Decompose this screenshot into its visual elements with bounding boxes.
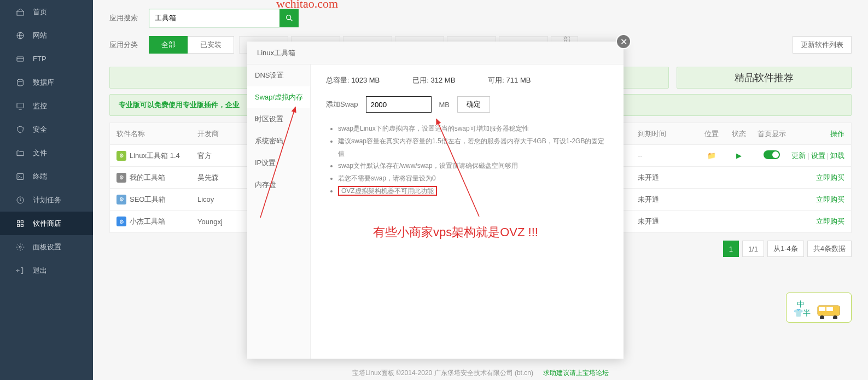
page-range: 从1-4条 — [767, 241, 804, 257]
col-ops: 操作 — [791, 129, 851, 139]
sidebar-item-label: 文件 — [33, 148, 47, 158]
sidebar-item-shield[interactable]: 安全 — [0, 118, 93, 141]
folder-icon[interactable]: 📁 — [707, 151, 716, 160]
clock-icon — [15, 195, 25, 205]
exit-icon — [15, 266, 25, 276]
memory-stats: 总容量: 1023 MB 已用: 312 MB 可用: 711 MB — [326, 75, 608, 85]
sidebar-item-label: 首页 — [33, 7, 47, 17]
search-label: 应用搜索 — [109, 13, 149, 23]
app-dev: Licoy — [197, 195, 252, 203]
sidebar-item-exit[interactable]: 退出 — [0, 259, 93, 282]
buy-link[interactable]: 立即购买 — [816, 195, 844, 203]
sidebar: 首页网站FTP数据库监控安全文件终端计划任务软件商店面板设置退出 — [0, 0, 93, 380]
swap-label: 添加Swap — [326, 100, 358, 109]
svg-rect-7 — [17, 173, 24, 179]
sidebar-item-label: 终端 — [33, 172, 47, 182]
sidebar-item-gear[interactable]: 面板设置 — [0, 235, 93, 259]
svg-rect-0 — [17, 11, 24, 15]
svg-point-22 — [833, 315, 837, 319]
search-button[interactable] — [280, 9, 299, 27]
dialog-nav-item[interactable]: 时区设置 — [247, 108, 310, 130]
sidebar-item-label: 网站 — [33, 31, 47, 40]
svg-rect-12 — [21, 224, 23, 226]
footer: 宝塔Linux面板 ©2014-2020 广东堡塔安全技术有限公司 (bt.cn… — [93, 366, 868, 380]
sidebar-item-terminal[interactable]: 终端 — [0, 165, 93, 188]
op-link[interactable]: 更新 — [791, 151, 806, 160]
sidebar-item-folder[interactable]: 文件 — [0, 141, 93, 165]
shield-icon — [15, 125, 25, 135]
sidebar-item-database[interactable]: 数据库 — [0, 71, 93, 94]
dialog-nav-item[interactable]: DNS设置 — [247, 65, 310, 86]
toggle-switch[interactable] — [764, 150, 780, 159]
dialog-title: Linux工具箱 — [257, 48, 295, 58]
app-name[interactable]: 我的工具箱 — [130, 173, 165, 183]
app-name[interactable]: Linux工具箱 1.4 — [130, 151, 180, 161]
dialog-nav-item[interactable]: IP设置 — [247, 152, 310, 174]
tab-all[interactable]: 全部 — [149, 36, 188, 54]
app-expiry: 未开通 — [638, 173, 698, 183]
app-name[interactable]: SEO工具箱 — [130, 195, 166, 204]
op-link[interactable]: 卸载 — [830, 151, 844, 160]
category-label: 应用分类 — [109, 40, 149, 50]
app-name[interactable]: 小杰工具箱 — [130, 217, 165, 226]
col-status: 状态 — [725, 129, 753, 139]
op-link[interactable]: 设置 — [811, 151, 825, 160]
gear-icon — [15, 242, 25, 252]
col-expiry: 到期时间 — [638, 129, 698, 139]
svg-point-14 — [287, 15, 291, 20]
dialog-nav-item[interactable]: 系统密码 — [247, 130, 310, 152]
svg-text:中: 中 — [797, 300, 805, 308]
watermark: wchitao.com — [276, 0, 338, 11]
svg-line-15 — [290, 19, 292, 21]
close-icon[interactable]: ✕ — [616, 34, 631, 49]
col-pos: 位置 — [698, 129, 725, 139]
svg-point-4 — [18, 79, 24, 81]
dialog-content: 总容量: 1023 MB 已用: 312 MB 可用: 711 MB 添加Swa… — [311, 65, 624, 359]
page-count: 共4条数据 — [807, 241, 852, 257]
sidebar-item-label: FTP — [33, 55, 46, 63]
search-box — [149, 9, 299, 27]
buy-link[interactable]: 立即购买 — [816, 173, 844, 182]
dialog-nav-item[interactable]: 内存盘 — [247, 174, 310, 196]
sidebar-item-label: 计划任务 — [33, 195, 61, 205]
sidebar-item-monitor[interactable]: 监控 — [0, 94, 93, 118]
footer-link[interactable]: 求助建议请上宝塔论坛 — [543, 369, 609, 378]
sidebar-item-clock[interactable]: 计划任务 — [0, 188, 93, 212]
refresh-button[interactable]: 更新软件列表 — [793, 36, 852, 54]
home-icon — [15, 7, 25, 17]
dialog-header: Linux工具箱 ✕ — [247, 42, 624, 65]
sidebar-item-label: 监控 — [33, 101, 47, 111]
dialog-nav-item[interactable]: Swap/虚拟内存 — [247, 86, 310, 108]
buy-link[interactable]: 立即购买 — [816, 217, 844, 225]
banner-right: 精品软件推荐 — [677, 67, 852, 89]
svg-rect-10 — [21, 220, 23, 223]
sidebar-item-ftp[interactable]: FTP — [0, 47, 93, 71]
sidebar-item-home[interactable]: 首页 — [0, 0, 93, 24]
app-icon: ⚙ — [116, 195, 126, 204]
tip-item: swap是Linux下的虚拟内存，设置适当的swap可增加服务器稳定性 — [338, 122, 608, 135]
swap-input[interactable] — [366, 96, 432, 113]
svg-rect-24 — [826, 307, 833, 311]
sidebar-item-label: 数据库 — [33, 78, 54, 87]
page-current[interactable]: 1 — [723, 241, 739, 257]
sidebar-item-label: 面板设置 — [33, 242, 61, 252]
col-dev: 开发商 — [197, 129, 252, 139]
svg-rect-9 — [18, 220, 20, 223]
col-show: 首页显示 — [753, 129, 791, 139]
sidebar-item-apps[interactable]: 软件商店 — [0, 212, 93, 235]
app-icon: ⚙ — [116, 217, 126, 226]
ok-button[interactable]: 确定 — [457, 96, 490, 113]
ftp-icon — [15, 54, 25, 64]
tab-installed[interactable]: 已安装 — [188, 36, 234, 54]
play-icon[interactable]: ▶ — [736, 151, 742, 160]
monitor-icon — [15, 101, 25, 111]
folder-icon — [15, 148, 25, 158]
sidebar-item-globe[interactable]: 网站 — [0, 24, 93, 47]
dialog-nav: DNS设置Swap/虚拟内存时区设置系统密码IP设置内存盘 — [247, 65, 311, 359]
tip-item: 建议swap容量在真实内存容量的1.5倍左右，若您的服务器内存大于4GB，可设1… — [338, 135, 608, 160]
search-input[interactable] — [149, 9, 280, 27]
bottom-badge: 中 👕半 — [786, 293, 852, 323]
svg-point-21 — [820, 315, 824, 319]
app-dev: 吴先森 — [197, 173, 252, 183]
sidebar-item-label: 退出 — [33, 266, 47, 276]
